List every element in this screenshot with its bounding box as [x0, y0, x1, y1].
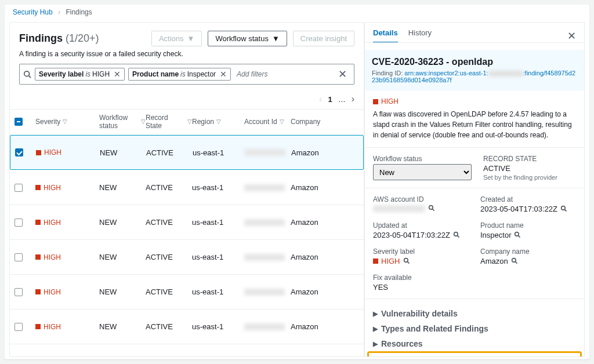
- clear-filters-icon[interactable]: ✕: [335, 68, 350, 81]
- table-row[interactable]: HIGHNEWACTIVEus-east-1Amazon: [10, 240, 364, 275]
- pager-more: …: [338, 95, 346, 104]
- remove-filter-icon[interactable]: ✕: [220, 70, 227, 78]
- svg-point-8: [515, 232, 519, 236]
- cell-severity: HIGH: [35, 323, 99, 331]
- create-insight-button[interactable]: Create insight: [293, 31, 354, 46]
- severity-label-value: HIGH: [373, 257, 469, 265]
- row-checkbox[interactable]: [15, 219, 23, 227]
- cell-region: us-east-1: [192, 287, 244, 296]
- svg-line-13: [515, 261, 517, 263]
- updated-at-value: 2023-05-04T17:03:22Z: [373, 231, 469, 239]
- company-name-label: Company name: [480, 247, 576, 256]
- magnify-icon[interactable]: [560, 205, 568, 213]
- svg-point-2: [429, 206, 433, 210]
- fix-available-label: Fix available: [373, 274, 469, 282]
- breadcrumb-root[interactable]: Security Hub: [13, 8, 53, 16]
- table-row[interactable]: HIGHNEWACTIVEus-east-1Amazon: [10, 310, 364, 344]
- actions-button[interactable]: Actions ▼: [151, 31, 202, 46]
- product-name-value: Inspector: [480, 231, 576, 239]
- cell-severity: HIGH: [35, 288, 99, 296]
- filter-bar[interactable]: Severity label is HIGH ✕ Product name is…: [19, 64, 354, 85]
- pager-prev-icon[interactable]: ‹: [319, 94, 322, 104]
- cell-record: ACTIVE: [146, 322, 192, 331]
- tab-history[interactable]: History: [408, 28, 432, 43]
- page-title: Findings (1/20+): [19, 32, 99, 45]
- table-row[interactable]: HIGHNEWACTIVEus-east-1Amazon: [10, 135, 364, 170]
- cell-company: Amazon: [291, 218, 337, 227]
- col-workflow-status[interactable]: Workflow status▽: [99, 114, 146, 130]
- cell-account: [244, 184, 291, 191]
- svg-line-11: [407, 261, 409, 263]
- select-all-checkbox[interactable]: [15, 118, 23, 126]
- row-checkbox[interactable]: [15, 253, 23, 261]
- account-id-label: AWS account ID: [373, 195, 469, 203]
- row-checkbox[interactable]: [15, 148, 23, 156]
- col-region[interactable]: Region▽: [192, 118, 244, 126]
- workflow-status-label: Workflow status: [373, 155, 472, 163]
- caret-right-icon: ▶: [373, 325, 378, 333]
- filter-token-severity[interactable]: Severity label is HIGH ✕: [35, 68, 125, 81]
- svg-point-10: [404, 259, 408, 263]
- col-severity[interactable]: Severity▽: [35, 118, 99, 126]
- svg-point-4: [562, 206, 566, 210]
- cell-account: [245, 149, 291, 156]
- cell-record: ACTIVE: [146, 218, 192, 227]
- svg-line-5: [564, 209, 566, 211]
- col-company[interactable]: Company: [291, 118, 337, 126]
- pager-next-icon[interactable]: ›: [352, 94, 354, 104]
- svg-line-7: [457, 235, 459, 237]
- breadcrumb: Security Hub › Findings: [5, 5, 589, 20]
- cell-record: ACTIVE: [146, 287, 192, 296]
- cell-workflow: NEW: [99, 287, 146, 296]
- caret-down-icon: ▼: [272, 34, 280, 43]
- cell-region: us-east-1: [192, 253, 244, 261]
- magnify-icon[interactable]: [511, 257, 519, 265]
- pager: ‹ 1 … ›: [10, 89, 364, 109]
- magnify-icon[interactable]: [514, 231, 521, 239]
- add-filters-placeholder[interactable]: Add filters: [237, 70, 267, 78]
- product-name-label: Product name: [480, 221, 576, 230]
- caret-down-icon: ▼: [187, 34, 195, 43]
- remove-filter-icon[interactable]: ✕: [114, 70, 121, 78]
- cell-severity: HIGH: [35, 184, 99, 192]
- created-at-value: 2023-05-04T17:03:22Z: [480, 205, 576, 213]
- record-state-label: RECORD STATE: [483, 155, 576, 163]
- company-name-value: Amazon: [480, 257, 576, 265]
- cell-account: [244, 289, 291, 296]
- close-panel-icon[interactable]: ✕: [567, 30, 576, 42]
- caret-right-icon: ▶: [373, 310, 378, 318]
- table-row[interactable]: HIGHNEWACTIVEus-east-1Amazon: [10, 170, 364, 205]
- section-types-related[interactable]: ▶Types and Related Findings: [373, 321, 576, 336]
- cell-company: Amazon: [291, 253, 337, 261]
- table-row[interactable]: HIGHNEWACTIVEus-east-1Amazon: [10, 205, 364, 240]
- cell-record: ACTIVE: [146, 148, 193, 157]
- table-row[interactable]: HIGHNEWACTIVEus-east-1Amazon: [10, 275, 364, 310]
- filter-token-product[interactable]: Product name is Inspector ✕: [128, 68, 231, 81]
- row-checkbox[interactable]: [15, 288, 23, 296]
- detective-highlight: ▼Investigate in Amazon Detective Investi…: [367, 351, 582, 357]
- tab-details[interactable]: Details: [373, 28, 398, 43]
- created-at-label: Created at: [480, 195, 576, 203]
- section-resources[interactable]: ▶Resources: [373, 336, 576, 351]
- cell-region: us-east-1: [192, 183, 244, 192]
- col-record-state[interactable]: Record State▽: [146, 114, 192, 130]
- row-checkbox[interactable]: [15, 184, 23, 192]
- cell-record: ACTIVE: [146, 183, 192, 192]
- cell-region: us-east-1: [192, 218, 244, 227]
- cell-account: [244, 219, 291, 226]
- cell-company: Amazon: [291, 322, 337, 331]
- section-vulnerability-details[interactable]: ▶Vulnerability details: [373, 306, 576, 321]
- workflow-status-select[interactable]: New: [373, 164, 472, 180]
- cell-region: us-east-1: [193, 148, 245, 157]
- workflow-status-button[interactable]: Workflow status ▼: [208, 31, 287, 46]
- magnify-icon[interactable]: [403, 257, 411, 265]
- finding-arn-link[interactable]: arn:aws:inspector2:us-east-1::finding/f4…: [372, 70, 575, 83]
- magnify-icon[interactable]: [453, 231, 461, 239]
- magnify-icon[interactable]: [428, 205, 436, 212]
- col-account[interactable]: Account Id▽: [244, 118, 291, 126]
- cell-account: [244, 323, 291, 330]
- breadcrumb-current: Findings: [66, 8, 92, 16]
- row-checkbox[interactable]: [15, 323, 23, 331]
- cell-severity: HIGH: [35, 219, 99, 227]
- record-state-value: ACTIVE: [483, 164, 576, 173]
